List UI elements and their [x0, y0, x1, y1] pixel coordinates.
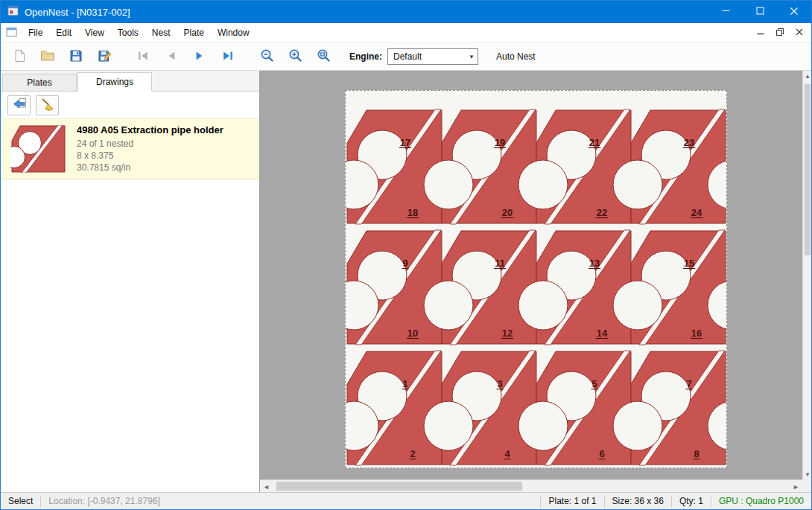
save-edit-icon [98, 49, 112, 65]
sidebar: PlatesDrawings 4980 A05 Extraction pipe … [1, 71, 260, 492]
gpu-info: GPU : Quadro P1000 [711, 496, 811, 506]
part-number: 19 [495, 137, 505, 148]
part-number: 3 [497, 378, 502, 389]
restore-icon [775, 28, 784, 39]
mdi-window-controls [752, 25, 811, 41]
part-number: 23 [684, 137, 694, 148]
zoom-out-button[interactable] [254, 45, 279, 68]
close-icon [795, 28, 804, 39]
nest-row: 1718192021222324 [346, 109, 726, 224]
nest-plate-svg: 171819202122232491011121314151612345678 [346, 91, 726, 468]
part-number: 8 [694, 448, 699, 459]
drawing-area: 30.7815 sq/in [77, 162, 223, 173]
part-number: 10 [407, 328, 418, 339]
vertical-scrollbar-thumb[interactable] [805, 84, 811, 255]
save-edit-button[interactable] [92, 45, 117, 68]
status-bar: Select Location: [-0.9437, 21.8796] Plat… [1, 492, 811, 509]
maximize-icon [756, 7, 764, 17]
menu-item-window[interactable]: Window [211, 24, 256, 42]
menu-item-nest[interactable]: Nest [145, 24, 177, 42]
horizontal-scrollbar-thumb[interactable] [276, 482, 522, 491]
mdi-minimize-button[interactable] [752, 25, 769, 41]
scroll-down-icon[interactable]: ▼ [803, 469, 811, 479]
tab-plates[interactable]: Plates [2, 74, 77, 92]
part-number: 4 [504, 448, 510, 459]
back-arrow-icon [12, 98, 27, 113]
toolbar-group-zoom [254, 45, 336, 68]
part-number: 13 [589, 258, 600, 269]
toolbar-group-nav [130, 45, 241, 68]
part-number: 24 [691, 207, 702, 218]
part-thumbnail [10, 124, 68, 173]
window-controls [708, 1, 811, 23]
zoom-out-icon [260, 48, 274, 65]
engine-label: Engine: [349, 51, 382, 62]
save-icon [69, 49, 83, 65]
drawing-list-item[interactable]: 4980 A05 Extraction pipe holder 24 of 1 … [1, 118, 259, 179]
plate-count: Plate: 1 of 1 [541, 496, 603, 506]
drawings-tab-page: 4980 A05 Extraction pipe holder 24 of 1 … [1, 91, 259, 492]
nav-last-button[interactable] [215, 45, 241, 68]
quantity: Qty: 1 [672, 496, 711, 506]
nav-prev-button[interactable] [159, 45, 184, 68]
new-document-button[interactable] [7, 45, 32, 68]
part-number: 6 [599, 448, 604, 459]
nav-last-icon [221, 49, 235, 65]
menu-item-plate[interactable]: Plate [177, 24, 211, 42]
scroll-right-icon[interactable]: ► [790, 481, 802, 492]
sidebar-tabs: PlatesDrawings [1, 71, 259, 91]
mdi-child-icon[interactable] [6, 27, 17, 39]
menu-item-edit[interactable]: Edit [49, 24, 78, 42]
tab-drawings[interactable]: Drawings [77, 72, 152, 92]
back-arrow-button[interactable] [7, 95, 31, 115]
nav-prev-icon [165, 49, 178, 65]
menu-item-tools[interactable]: Tools [111, 24, 145, 42]
part-number: 17 [400, 137, 410, 148]
part-number: 14 [597, 328, 608, 339]
minimize-button[interactable] [708, 1, 743, 23]
broom-button[interactable] [36, 95, 59, 115]
broom-icon [40, 97, 55, 114]
vertical-scrollbar[interactable]: ▲ ▼ [802, 71, 811, 479]
nav-first-button[interactable] [130, 45, 156, 68]
drawings-toolbar [1, 92, 259, 118]
zoom-fit-button[interactable] [311, 45, 336, 68]
scroll-left-icon[interactable]: ◄ [260, 481, 273, 492]
part-number: 12 [502, 328, 513, 339]
part-number: 22 [597, 207, 607, 218]
menu-item-view[interactable]: View [78, 24, 111, 42]
close-button[interactable] [777, 1, 811, 23]
engine-select[interactable]: Default ▼ [387, 48, 478, 65]
plate: 171819202122232491011121314151612345678 [345, 90, 727, 468]
mode-status: Select [1, 496, 40, 506]
drawing-list-empty-space [1, 179, 259, 492]
auto-nest-button[interactable]: Auto Nest [496, 51, 536, 62]
new-document-icon [13, 49, 26, 65]
part-number: 5 [591, 378, 597, 389]
nav-next-button[interactable] [187, 45, 212, 68]
mdi-close-button[interactable] [790, 25, 808, 41]
save-button[interactable] [63, 45, 89, 68]
drawing-nested-count: 24 of 1 nested [77, 138, 223, 150]
menu-item-file[interactable]: File [22, 24, 49, 42]
maximize-button[interactable] [743, 1, 777, 23]
drawing-title: 4980 A05 Extraction pipe holder [77, 124, 223, 136]
nav-first-icon [136, 49, 150, 65]
app-window: OpenNest - [N0317-002] FileEditViewTools… [0, 0, 812, 510]
close-icon [790, 7, 799, 18]
scroll-up-icon[interactable]: ▲ [803, 71, 811, 81]
open-folder-button[interactable] [35, 45, 60, 68]
nest-canvas[interactable]: 171819202122232491011121314151612345678 … [260, 71, 811, 492]
part-number: 1 [402, 378, 407, 389]
zoom-in-icon [288, 48, 302, 65]
mdi-restore-button[interactable] [771, 25, 788, 41]
menu-bar: FileEditViewToolsNestPlateWindow [1, 23, 811, 42]
zoom-in-button[interactable] [282, 45, 308, 68]
cursor-location: Location: [-0.9437, 21.8796] [41, 496, 167, 506]
horizontal-scrollbar[interactable]: ◄ ► [260, 479, 802, 492]
part-number: 7 [686, 378, 691, 389]
engine-value: Default [393, 51, 422, 62]
part-number: 9 [402, 258, 407, 269]
minimize-icon [756, 28, 765, 39]
main-area: PlatesDrawings 4980 A05 Extraction pipe … [1, 71, 811, 492]
